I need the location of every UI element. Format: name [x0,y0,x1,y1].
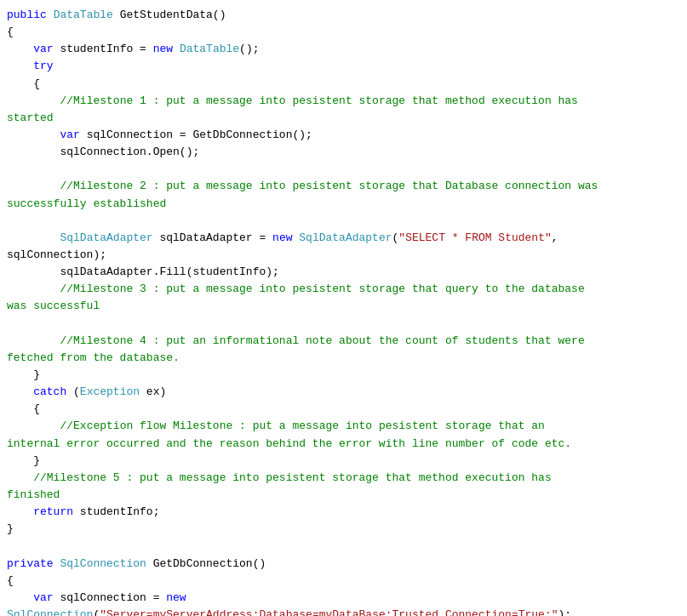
code-line: finished [0,487,687,504]
code-line: return studentInfo; [0,504,687,521]
code-line: sqlConnection.Open(); [0,144,687,161]
code-editor: public DataTable GetStudentData(){ var s… [0,0,687,616]
code-line [0,316,687,333]
code-line: was successful [0,298,687,315]
code-line: fetched from the database. [0,350,687,367]
code-line: public DataTable GetStudentData() [0,7,687,24]
code-line: { [0,76,687,93]
code-line: private SqlConnection GetDbConnection() [0,556,687,573]
code-line [0,538,687,555]
code-line: catch (Exception ex) [0,384,687,401]
code-line: //Milestone 5 : put a message into pesis… [0,470,687,487]
code-line: //Milestone 2 : put a message into pesis… [0,178,687,195]
code-line: { [0,401,687,418]
code-line: } [0,367,687,384]
code-line: //Milestone 4 : put an informational not… [0,333,687,350]
code-line: sqlDataAdapter.Fill(studentInfo); [0,264,687,281]
code-line: sqlConnection); [0,247,687,264]
code-line [0,161,687,178]
code-line: //Milestone 1 : put a message into pesis… [0,93,687,110]
code-line: //Exception flow Milestone : put a messa… [0,418,687,435]
code-line: SqlConnection("Server=myServerAddress;Da… [0,607,687,616]
code-line: var sqlConnection = GetDbConnection(); [0,127,687,144]
code-line: } [0,453,687,470]
code-line: try [0,58,687,75]
code-line: started [0,110,687,127]
code-line: internal error occurred and the reason b… [0,436,687,453]
code-line: var studentInfo = new DataTable(); [0,41,687,58]
code-line [0,213,687,230]
code-line: var sqlConnection = new [0,590,687,607]
code-line: successfully established [0,196,687,213]
code-line: { [0,573,687,590]
code-line: } [0,521,687,538]
code-line: SqlDataAdapter sqlDataAdapter = new SqlD… [0,230,687,247]
code-line: { [0,24,687,41]
code-line: //Milestone 3 : put a message into pesis… [0,281,687,298]
